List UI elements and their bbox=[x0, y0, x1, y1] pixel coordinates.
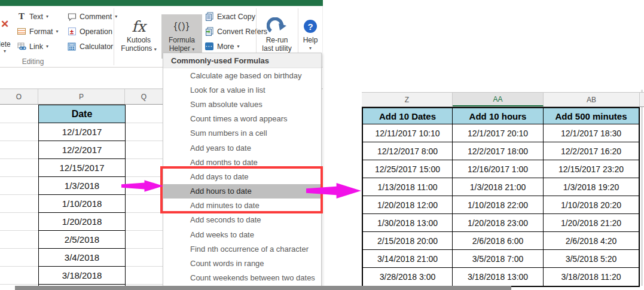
table-row: 2/15/2018 20:00 2/6/2018 6:00 2/6/2018 4… bbox=[363, 232, 639, 250]
result-header-add-500-minutes[interactable]: Add 500 minutes bbox=[544, 108, 639, 124]
date-cell[interactable]: 12/1/2017 bbox=[39, 123, 125, 141]
date-cell[interactable]: 12/2/2017 bbox=[39, 141, 125, 159]
date-cell[interactable]: 12/15/2017 bbox=[39, 159, 125, 177]
more-icon: ··· bbox=[205, 42, 214, 51]
result-cell[interactable]: 3/5/2018 7:00 bbox=[453, 250, 544, 268]
menu-item-sum-numbers-cell[interactable]: Sum numbers in a cell bbox=[163, 126, 321, 141]
result-cell[interactable]: 12/1/2017 18:30 bbox=[544, 124, 639, 142]
operation-icon: ± bbox=[67, 27, 77, 36]
result-cell[interactable]: 1/20/2018 21:20 bbox=[544, 214, 639, 232]
date-cell[interactable]: 3/4/2018 bbox=[39, 249, 125, 267]
text-button[interactable]: T Text ▾ bbox=[17, 9, 59, 24]
result-cell[interactable]: 3/18/2018 13:00 bbox=[453, 268, 544, 286]
date-table: Date 12/1/2017 12/2/2017 12/15/2017 1/3/… bbox=[38, 105, 126, 290]
result-cell[interactable]: 2/15/2018 20:00 bbox=[363, 232, 453, 250]
menu-item-find-nth[interactable]: Find nth occurrence of a character bbox=[163, 242, 321, 256]
date-cell[interactable]: 1/3/2018 bbox=[39, 177, 125, 195]
menu-item-add-days[interactable]: Add days to date bbox=[163, 169, 321, 184]
table-row: 1/20/2018 12:00 1/10/2018 22:00 1/10/201… bbox=[363, 196, 639, 214]
result-cell[interactable]: 3/28/2018 3:00 bbox=[363, 268, 453, 286]
calculator-button[interactable]: Calculator bbox=[67, 39, 117, 54]
menu-item-count-weekends[interactable]: Count weekends between two dates bbox=[163, 271, 321, 285]
chevron-down-icon: ▾ bbox=[46, 44, 48, 49]
result-cell[interactable]: 2/6/2018 4:20 bbox=[544, 232, 639, 250]
date-cell[interactable]: 1/10/2018 bbox=[39, 195, 125, 213]
menu-item-add-weeks[interactable]: Add weeks to date bbox=[163, 227, 321, 242]
result-cell[interactable]: 1/20/2018 23:00 bbox=[453, 214, 544, 232]
text-icon: T bbox=[17, 12, 26, 22]
menu-section-header: Commonly-used Formulas bbox=[163, 53, 321, 68]
format-label: Format bbox=[29, 28, 53, 36]
date-cell[interactable]: 3/18/2018 bbox=[39, 267, 125, 285]
column-header-Z[interactable]: Z bbox=[362, 93, 453, 106]
menu-item-calculate-age[interactable]: Calculate age based on birthday bbox=[163, 68, 321, 83]
formula-helper-button[interactable]: {()} Formula Helper ▾ bbox=[161, 14, 202, 59]
result-cell[interactable]: 12/2/2017 18:00 bbox=[453, 142, 544, 160]
result-cell[interactable]: 1/3/2018 21:00 bbox=[453, 178, 544, 196]
result-cell[interactable]: 12/11/2017 10:10 bbox=[363, 124, 453, 142]
comment-icon bbox=[67, 12, 77, 22]
result-cell[interactable]: 1/13/2018 11:00 bbox=[363, 178, 453, 196]
comment-button[interactable]: Comment ▾ bbox=[67, 9, 117, 24]
result-cell[interactable]: 12/25/2017 15:00 bbox=[363, 160, 453, 178]
result-cell[interactable]: 3/14/2018 21:00 bbox=[363, 250, 453, 268]
menu-item-add-minutes[interactable]: Add minutes to date bbox=[163, 199, 321, 213]
table-header-row: Add 10 Dates Add 10 hours Add 500 minute… bbox=[363, 108, 639, 124]
horizontal-scrollbar[interactable] bbox=[15, 286, 511, 290]
column-header-P[interactable]: P bbox=[38, 89, 125, 104]
result-cell[interactable]: 12/12/2017 8:00 bbox=[363, 142, 453, 160]
result-cell[interactable]: 1/20/2018 12:00 bbox=[363, 196, 453, 214]
result-header-add-10-dates[interactable]: Add 10 Dates bbox=[363, 108, 453, 124]
column-header-Q[interactable]: Q bbox=[125, 89, 163, 104]
operation-button[interactable]: ± Operation bbox=[67, 24, 117, 39]
result-cell[interactable]: 1/30/2018 13:00 bbox=[363, 214, 453, 232]
result-cell[interactable]: 12/2/2017 16:20 bbox=[544, 142, 639, 160]
column-header-blank bbox=[640, 93, 644, 106]
result-cell[interactable]: 3/18/2018 11:20 bbox=[544, 268, 639, 286]
date-cell[interactable]: 2/5/2018 bbox=[39, 231, 125, 249]
link-label: Link bbox=[29, 42, 43, 51]
title-bar-strip bbox=[0, 0, 323, 6]
result-cell[interactable]: 3/5/2018 5:20 bbox=[544, 250, 639, 268]
column-header-AB[interactable]: AB bbox=[544, 93, 640, 106]
format-icon bbox=[17, 27, 26, 36]
rerun-icon bbox=[267, 17, 287, 36]
result-header-add-10-hours[interactable]: Add 10 hours bbox=[453, 108, 544, 124]
calculator-label: Calculator bbox=[80, 42, 113, 51]
menu-item-add-seconds[interactable]: Add seconds to date bbox=[163, 213, 321, 227]
rerun-label1: Re-run bbox=[266, 36, 288, 44]
menu-item-add-years[interactable]: Add years to date bbox=[163, 141, 321, 155]
exact-copy-icon bbox=[205, 12, 214, 22]
column-header-O[interactable]: O bbox=[0, 89, 38, 104]
menu-item-add-hours[interactable]: Add hours to date bbox=[163, 184, 321, 199]
result-cell[interactable]: 1/10/2018 22:00 bbox=[453, 196, 544, 214]
chevron-down-icon: ▾ bbox=[46, 14, 48, 19]
magenta-arrow-left bbox=[121, 178, 163, 194]
date-cell[interactable]: 1/20/2018 bbox=[39, 213, 125, 231]
chevron-down-icon: ▾ bbox=[154, 47, 157, 52]
result-cell[interactable]: 12/16/2017 1:00 bbox=[453, 160, 544, 178]
calculator-icon bbox=[67, 42, 77, 51]
date-table-header-cell[interactable]: Date bbox=[39, 105, 125, 123]
kutools-functions-button[interactable]: fx Kutools Functions ▾ bbox=[117, 14, 160, 59]
menu-item-look-for-value[interactable]: Look for a value in list bbox=[163, 83, 321, 97]
result-cell[interactable]: 2/6/2018 6:00 bbox=[453, 232, 544, 250]
result-cell[interactable]: 1/3/2018 19:20 bbox=[544, 178, 639, 196]
result-cell[interactable]: 12/1/2017 20:10 bbox=[453, 124, 544, 142]
table-row: 3/28/2018 3:00 3/18/2018 13:00 3/18/2018… bbox=[363, 268, 639, 286]
rerun-last-utility-button[interactable]: Re-run last utility bbox=[257, 14, 297, 59]
result-cell[interactable]: 1/10/2018 20:20 bbox=[544, 196, 639, 214]
result-cell[interactable]: 12/15/2017 23:20 bbox=[544, 160, 639, 178]
exact-copy-label: Exact Copy bbox=[217, 13, 255, 21]
help-button[interactable]: ? Help ▾ bbox=[299, 14, 322, 59]
menu-item-count-words[interactable]: Count words in range bbox=[163, 256, 321, 270]
menu-item-count-times-word[interactable]: Count times a word appears bbox=[163, 112, 321, 126]
link-button[interactable]: Link ▾ bbox=[17, 39, 59, 54]
screenshot-root: ✕ lete ▾ T Text ▾ Format ▾ Link ▾ bbox=[0, 0, 644, 290]
format-button[interactable]: Format ▾ bbox=[17, 24, 59, 39]
menu-item-sum-absolute[interactable]: Sum absolute values bbox=[163, 97, 321, 111]
screenshot-right-edge bbox=[641, 90, 643, 286]
menu-item-add-months[interactable]: Add months to date bbox=[163, 155, 321, 169]
column-header-AA-selected[interactable]: AA bbox=[453, 93, 544, 106]
help-label: Help bbox=[303, 36, 318, 44]
